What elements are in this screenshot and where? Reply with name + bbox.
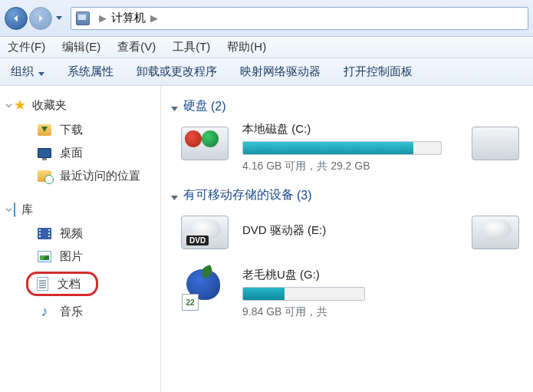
sidebar-item-label: 文档 xyxy=(58,277,81,292)
tree-head-libraries[interactable]: 库 xyxy=(14,203,157,217)
breadcrumb-root[interactable]: 计算机 xyxy=(111,11,146,25)
tree-head-favorites[interactable]: ★ 收藏夹 xyxy=(14,97,157,114)
menu-view[interactable]: 查看(V) xyxy=(117,40,156,54)
sidebar-item-downloads[interactable]: 下载 xyxy=(14,118,157,141)
breadcrumb-sep: ▶ xyxy=(150,12,158,24)
sidebar-item-desktop[interactable]: 桌面 xyxy=(14,141,157,164)
navigation-pane: ★ 收藏夹 下载 桌面 最近访问的位置 库 xyxy=(0,86,161,392)
drive-info: 本地磁盘 (C:) 4.16 GB 可用，共 29.2 GB xyxy=(242,122,453,173)
drive-title: DVD 驱动器 (E:) xyxy=(242,223,453,238)
svg-rect-1 xyxy=(39,229,41,231)
drive-title: 本地磁盘 (C:) xyxy=(242,122,453,137)
tree-label: 收藏夹 xyxy=(32,98,67,113)
menu-help[interactable]: 帮助(H) xyxy=(227,40,266,54)
sidebar-item-label: 音乐 xyxy=(60,305,83,319)
svg-rect-5 xyxy=(48,232,50,234)
drive-info: 老毛桃U盘 (G:) 9.84 GB 可用，共 xyxy=(242,268,533,319)
drive-title: 老毛桃U盘 (G:) xyxy=(242,268,533,282)
capacity-text: 9.84 GB 可用，共 xyxy=(242,305,533,319)
tree-label: 库 xyxy=(21,203,33,217)
capacity-bar xyxy=(242,141,442,155)
chevron-down-icon xyxy=(38,65,44,78)
nav-forward-button[interactable] xyxy=(29,7,52,30)
dvd-icon xyxy=(469,211,522,254)
drive-e[interactable]: DVD DVD 驱动器 (E:) xyxy=(178,211,533,254)
menu-edit[interactable]: 编辑(E) xyxy=(62,40,100,54)
main-split: ★ 收藏夹 下载 桌面 最近访问的位置 库 xyxy=(0,86,533,392)
titlebar: ▶ 计算机 ▶ xyxy=(0,0,533,37)
capacity-text: 4.16 GB 可用，共 29.2 GB xyxy=(242,160,453,173)
menu-file[interactable]: 文件(F) xyxy=(8,40,45,54)
sidebar-item-label: 桌面 xyxy=(60,146,83,160)
toolbar-map-drive[interactable]: 映射网络驱动器 xyxy=(240,64,321,79)
section-hdd[interactable]: 硬盘 (2) xyxy=(170,98,533,114)
libraries-icon xyxy=(14,203,15,217)
svg-rect-2 xyxy=(39,232,41,234)
section-count: (3) xyxy=(297,189,312,203)
recent-icon xyxy=(38,170,51,182)
sidebar-item-documents[interactable]: 文档 xyxy=(14,268,157,300)
pictures-icon xyxy=(38,251,51,262)
toolbar-control-panel[interactable]: 打开控制面板 xyxy=(344,64,413,79)
downloads-icon xyxy=(38,124,51,136)
toolbar-organize-label: 组织 xyxy=(11,64,34,79)
sidebar-item-pictures[interactable]: 图片 xyxy=(14,245,157,268)
capacity-bar xyxy=(242,287,365,301)
tree-group-libraries: 库 视频 图片 文档 ♪ 音乐 xyxy=(14,203,157,323)
svg-rect-6 xyxy=(48,236,50,237)
computer-icon xyxy=(76,12,90,25)
usb-icon: 22 xyxy=(178,268,232,311)
desktop-icon xyxy=(38,148,51,158)
music-icon: ♪ xyxy=(37,304,52,319)
menu-tools[interactable]: 工具(T) xyxy=(173,40,210,54)
sidebar-item-videos[interactable]: 视频 xyxy=(14,222,157,245)
section-removable[interactable]: 有可移动存储的设备 (3) xyxy=(170,187,533,203)
hdd-icon xyxy=(178,122,232,165)
section-label: 有可移动存储的设备 xyxy=(183,187,294,203)
svg-rect-4 xyxy=(48,229,50,231)
drive-g[interactable]: 22 老毛桃U盘 (G:) 9.84 GB 可用，共 xyxy=(178,268,533,319)
dvd-icon: DVD xyxy=(178,211,232,254)
toolbar-uninstall[interactable]: 卸载或更改程序 xyxy=(137,64,217,79)
toolbar: 组织 系统属性 卸载或更改程序 映射网络驱动器 打开控制面板 xyxy=(0,58,533,86)
annotation-highlight: 文档 xyxy=(26,272,98,296)
sidebar-item-label: 最近访问的位置 xyxy=(60,169,140,183)
sidebar-item-music[interactable]: ♪ 音乐 xyxy=(14,300,157,323)
star-icon: ★ xyxy=(14,97,26,114)
section-count: (2) xyxy=(211,100,226,114)
drive-info: DVD 驱动器 (E:) xyxy=(242,211,453,242)
address-bar[interactable]: ▶ 计算机 ▶ xyxy=(71,7,528,30)
nav-back-button[interactable] xyxy=(5,7,28,30)
triangle-down-icon xyxy=(170,191,179,199)
triangle-down-icon xyxy=(170,102,179,110)
video-icon xyxy=(37,226,52,241)
sidebar-item-label: 视频 xyxy=(60,226,83,241)
sidebar-item-recent[interactable]: 最近访问的位置 xyxy=(14,164,157,187)
section-label: 硬盘 xyxy=(183,98,208,114)
menubar: 文件(F) 编辑(E) 查看(V) 工具(T) 帮助(H) xyxy=(0,37,533,58)
svg-rect-3 xyxy=(39,236,41,237)
content-pane: 硬盘 (2) 本地磁盘 (C:) 4.16 GB 可用，共 29.2 GB 有可… xyxy=(161,86,533,392)
nav-history-dropdown[interactable] xyxy=(54,7,64,30)
breadcrumb-sep: ▶ xyxy=(99,12,107,24)
tree-group-favorites: ★ 收藏夹 下载 桌面 最近访问的位置 xyxy=(14,97,157,187)
toolbar-organize[interactable]: 组织 xyxy=(11,64,44,79)
sidebar-item-label: 下载 xyxy=(60,123,83,137)
toolbar-system-properties[interactable]: 系统属性 xyxy=(67,64,114,79)
hdd-icon xyxy=(469,122,522,165)
chevron-down-icon xyxy=(3,205,14,216)
drive-c[interactable]: 本地磁盘 (C:) 4.16 GB 可用，共 29.2 GB xyxy=(178,122,533,173)
chevron-down-icon xyxy=(3,100,14,110)
document-icon xyxy=(37,277,48,291)
sidebar-item-label: 图片 xyxy=(60,249,83,264)
